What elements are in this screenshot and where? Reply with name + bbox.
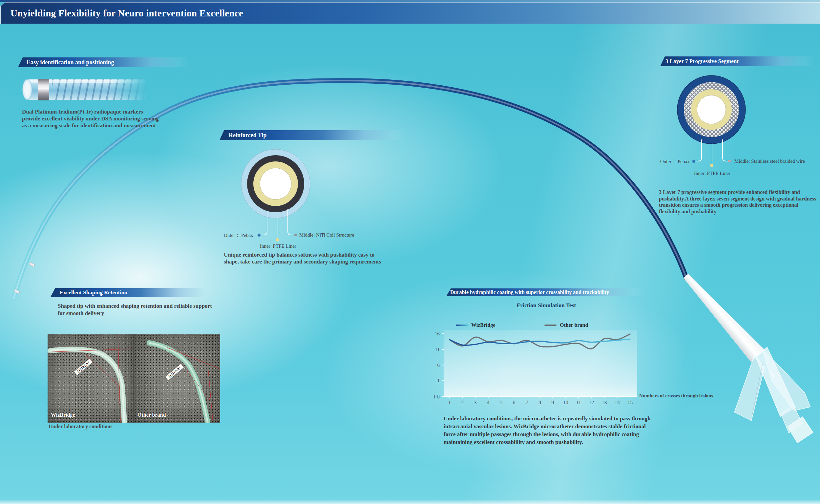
x-tick-label: 1 [448,400,451,405]
x-tick-label: 12 [589,400,594,405]
bottom-light-strip [0,499,820,504]
friction-line-chart: 161161(4)123456789101112131415 [0,0,820,504]
y-tick-label: 16 [435,331,440,336]
y-tick-label: 1 [437,378,440,383]
x-tick-label: 7 [526,400,528,405]
x-tick-label: 13 [602,400,607,405]
x-tick-label: 8 [538,400,541,405]
x-tick-label: 6 [513,400,515,405]
x-tick-label: 3 [474,400,477,405]
x-tick-label: 11 [576,400,581,405]
chart-xaxis-label: Numbers of crosses through lesions [639,393,713,399]
y-tick-label: 11 [435,347,440,352]
x-tick-label: 2 [461,400,464,405]
x-tick-label: 9 [551,400,554,405]
infographic-page: Unyielding Flexibility for Neuro interve… [0,0,820,504]
x-tick-label: 14 [615,400,620,405]
y-tick-label: 6 [437,363,440,368]
x-tick-label: 10 [563,400,568,405]
x-tick-label: 4 [487,400,490,405]
x-tick-label: 15 [627,400,633,405]
y-tick-label: (4) [434,394,440,399]
plot-area [444,330,637,396]
coating-body: Under laboratory conditions, the microca… [444,415,659,446]
x-tick-label: 5 [500,400,502,405]
